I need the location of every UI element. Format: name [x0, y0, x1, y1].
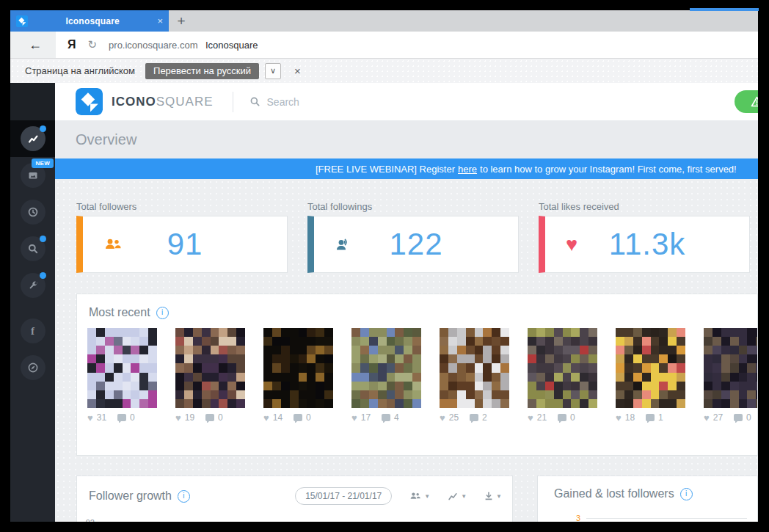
- info-icon[interactable]: i: [178, 490, 190, 503]
- pixelated-photo: [87, 328, 157, 408]
- post-thumbnail[interactable]: ♥270: [704, 328, 757, 423]
- comment-count: 0: [306, 412, 311, 423]
- panels-row: Follower growth i 15/01/17 - 21/01/17 ▼: [76, 475, 758, 522]
- comment-count: 0: [746, 412, 751, 423]
- sidebar-item-discover[interactable]: [10, 349, 55, 386]
- search-placeholder: Search: [267, 96, 299, 108]
- post-thumbnail[interactable]: ♥252: [440, 328, 509, 423]
- gridline: [586, 518, 747, 519]
- pixelated-photo: [440, 328, 509, 408]
- gained-lost-title: Gained & lost followers: [554, 487, 674, 500]
- tab-iconosquare[interactable]: Iconosquare ×: [10, 10, 169, 32]
- post-counts: ♥140: [263, 412, 333, 423]
- post-thumbnail[interactable]: ♥174: [351, 328, 421, 423]
- search-input[interactable]: Search: [249, 96, 299, 108]
- notification-dot: [40, 125, 46, 132]
- comment-icon: [382, 414, 390, 421]
- date-range-picker[interactable]: 15/01/17 - 21/01/17: [295, 487, 392, 505]
- heart-icon: ♥: [351, 413, 357, 423]
- comment-icon: [734, 414, 743, 421]
- stat-total-followings: Total followings 122: [307, 201, 519, 273]
- sidebar-item-overview[interactable]: [10, 120, 55, 157]
- tab-strip: Iconosquare × +: [10, 10, 758, 32]
- new-tab-button[interactable]: +: [169, 10, 194, 32]
- pixelated-photo: [263, 328, 333, 408]
- post-thumbnail[interactable]: ♥310: [87, 328, 157, 423]
- comment-icon: [117, 414, 126, 421]
- compass-icon: [21, 355, 45, 380]
- comment-icon: [470, 414, 478, 421]
- browser-window: Iconosquare × + ← Я ↻ pro.iconosquare.co…: [10, 10, 758, 522]
- sidebar-item-history[interactable]: [10, 194, 55, 230]
- heart-icon: ♥: [616, 413, 622, 423]
- sidebar-item-search[interactable]: [10, 230, 55, 267]
- post-thumbnail[interactable]: ♥140: [263, 328, 333, 423]
- sidebar-item-media[interactable]: NEW: [10, 157, 55, 194]
- refresh-icon[interactable]: ↻: [88, 38, 98, 51]
- comment-icon: [558, 414, 566, 421]
- heart-icon: ♥: [263, 413, 269, 423]
- tab-title: Iconosquare: [34, 16, 151, 26]
- iconosquare-favicon: [16, 15, 28, 27]
- post-thumbnail[interactable]: ♥181: [616, 328, 685, 423]
- page-header: Overview: [55, 120, 758, 158]
- y-axis-tick: 92: [83, 518, 95, 522]
- most-recent-title: Most recent: [89, 306, 150, 319]
- banner-text: to learn how to grow your Instagram! Fir…: [480, 164, 737, 175]
- notification-dot: [40, 272, 46, 279]
- clock-icon: [21, 200, 45, 225]
- translate-button[interactable]: Перевести на русский: [145, 63, 259, 79]
- upgrade-button[interactable]: Up: [735, 90, 758, 113]
- like-count: 18: [625, 412, 635, 423]
- pixelated-photo: [704, 328, 757, 408]
- follower-growth-panel: Follower growth i 15/01/17 - 21/01/17 ▼: [76, 475, 513, 522]
- new-badge: NEW: [32, 158, 54, 168]
- stat-total-likes: Total likes received ♥ 11.3k: [539, 201, 750, 273]
- translate-close-icon[interactable]: ×: [294, 65, 301, 77]
- heart-icon: ♥: [440, 413, 445, 423]
- followers-filter-dropdown[interactable]: ▼: [409, 491, 430, 501]
- post-counts: ♥174: [351, 412, 421, 423]
- dashboard-scroll-area[interactable]: Total followers 91 Total followings: [55, 179, 758, 522]
- comment-count: 0: [218, 412, 223, 423]
- chevron-down-icon: ▼: [496, 493, 502, 500]
- stats-row: Total followers 91 Total followings: [76, 201, 758, 273]
- sidebar-item-tools[interactable]: [10, 267, 55, 304]
- header-divider: [233, 92, 233, 112]
- export-dropdown[interactable]: ▼: [484, 491, 502, 501]
- post-counts: ♥181: [616, 412, 685, 423]
- chevron-down-icon: ▼: [424, 493, 430, 500]
- comment-icon: [205, 414, 214, 421]
- info-icon[interactable]: i: [680, 488, 693, 500]
- comment-count: 4: [394, 412, 399, 423]
- like-count: 25: [449, 412, 459, 423]
- back-button[interactable]: ←: [21, 32, 50, 58]
- download-icon: [484, 491, 494, 501]
- post-counts: ♥310: [87, 412, 157, 423]
- translate-dropdown[interactable]: ∨: [265, 63, 281, 79]
- comment-count: 2: [482, 412, 487, 423]
- gained-lost-chart: 3: [538, 506, 757, 522]
- address-bar[interactable]: Я ↻ pro.iconosquare.com Iconosquare: [56, 32, 758, 58]
- stat-total-followers: Total followers 91: [76, 201, 288, 273]
- app-header: ICONOSQUARE Search Up: [55, 83, 758, 120]
- gained-lost-panel: Gained & lost followers i 3: [537, 475, 758, 522]
- chevron-down-icon: ▼: [461, 493, 467, 500]
- pixelated-photo: [528, 328, 597, 408]
- post-thumbnail[interactable]: ♥190: [175, 328, 245, 423]
- comment-count: 1: [658, 412, 663, 423]
- banner-text: [FREE LIVE WEBINAR] Register: [316, 164, 455, 175]
- heart-icon: ♥: [704, 413, 710, 423]
- yandex-logo[interactable]: Я: [68, 38, 76, 51]
- translate-label: Страница на английском: [25, 65, 135, 76]
- sidebar-item-facebook[interactable]: f: [10, 313, 55, 349]
- like-count: 14: [273, 412, 283, 423]
- banner-link[interactable]: here: [458, 164, 477, 175]
- browser-toolbar: ← Я ↻ pro.iconosquare.com Iconosquare: [10, 32, 758, 59]
- heart-icon: ♥: [175, 413, 181, 423]
- facebook-icon: f: [21, 318, 45, 343]
- chart-type-dropdown[interactable]: ▼: [447, 492, 467, 501]
- post-thumbnail[interactable]: ♥210: [528, 328, 597, 423]
- info-icon[interactable]: i: [156, 307, 169, 319]
- tab-close-icon[interactable]: ×: [157, 16, 163, 26]
